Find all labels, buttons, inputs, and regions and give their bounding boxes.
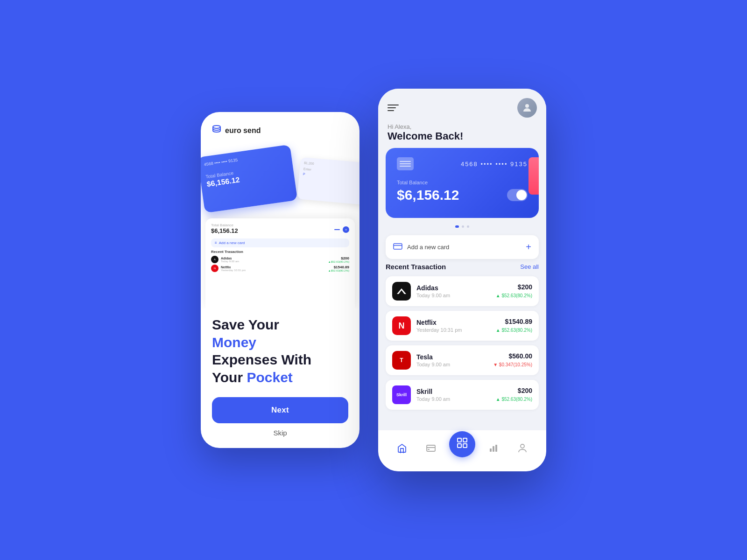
right-phone: Hi Alexa, Welcome Back! [378, 89, 546, 471]
netflix-amount-col: $1540.89 ▲ $52.63(80.2%) [496, 318, 532, 334]
nav-home[interactable] [391, 440, 413, 458]
card-balance-amount: $6,156.12 [397, 187, 459, 203]
card-number-display: 4568 •••• •••• 9135 [461, 161, 528, 168]
card-balance-label: Total Balance [397, 180, 528, 185]
transactions-header: Recent Trasaction See all [386, 263, 539, 271]
netflix-date: Yesterday 10:31 pm [416, 327, 490, 333]
svg-rect-9 [458, 444, 461, 448]
nav-stats[interactable] [483, 440, 504, 458]
card-top-row: 4568 •••• •••• 9135 [397, 157, 528, 170]
highlight-pocket: Pocket [247, 370, 292, 385]
svg-point-14 [521, 444, 524, 448]
left-phone-actions: Next Skip [201, 390, 359, 448]
profile-icon [517, 443, 528, 455]
skrill-logo: Skrill [392, 385, 411, 404]
transaction-tesla: T Tesla Today 9.00 am $560.00 ▼ $0.347(1… [386, 345, 539, 375]
greeting-hi: Hi Alexa, [388, 123, 537, 130]
greeting: Hi Alexa, Welcome Back! [378, 123, 546, 148]
svg-rect-7 [458, 438, 461, 442]
mini-dashboard: Total Balance $6,156.12 + ≡ Add a new ca… [205, 218, 355, 308]
netflix-change: ▲ $52.63(80.2%) [496, 328, 532, 333]
svg-rect-12 [493, 446, 494, 452]
add-card-left: Add a new card [393, 243, 449, 251]
skrill-name: Skrill [416, 388, 490, 395]
left-phone-header: euro send [201, 112, 359, 141]
hamburger-menu[interactable] [388, 105, 399, 111]
adidas-info: Adidas Today 9.00 am [416, 284, 490, 298]
hamburger-line-3 [388, 110, 394, 111]
mini-netflix-name: Netflix [221, 266, 326, 269]
mini-tx-title: Recent Trasaction [211, 250, 349, 254]
see-all-link[interactable]: See all [520, 263, 539, 270]
skrill-info: Skrill Today 9.00 am [416, 388, 490, 402]
svg-rect-10 [463, 444, 467, 448]
phone-illustration: 4568 •••• •••• 9135 Total Balance $6,156… [201, 141, 359, 308]
skrill-amount: $200 [496, 387, 532, 394]
add-card-text: Add a new card [407, 244, 449, 251]
transaction-netflix: N Netflix Yesterday 10:31 pm $1540.89 ▲ … [386, 311, 539, 341]
transactions-section: Recent Trasaction See all Adidas Today 9… [378, 263, 546, 430]
card-dot-inactive-1 [462, 225, 464, 228]
skrill-amount-col: $200 ▲ $52.63(80.2%) [496, 387, 532, 403]
scan-icon [456, 437, 468, 452]
svg-rect-8 [463, 438, 467, 442]
onboarding-title: Save Your Money Expenses With Your Pocke… [212, 316, 348, 386]
credit-card: 4568 •••• •••• 9135 Total Balance $6,156… [386, 148, 539, 218]
skip-button[interactable]: Skip [273, 429, 287, 437]
mini-netflix-date: Yesterday 10:31 pm [221, 269, 326, 272]
adidas-amount: $200 [496, 283, 532, 291]
netflix-logo: N [392, 316, 411, 335]
card-blue-illustration: 4568 •••• •••• 9135 Total Balance $6,156… [201, 145, 297, 213]
logo-icon [212, 125, 221, 136]
card-toggle[interactable] [507, 189, 528, 201]
nav-profile[interactable] [512, 440, 533, 458]
svg-point-0 [213, 126, 220, 128]
adidas-logo [392, 282, 411, 301]
card-red-tab [529, 157, 539, 195]
right-phone-content: Hi Alexa, Welcome Back! [378, 89, 546, 471]
svg-rect-4 [427, 445, 435, 451]
mini-tx-adidas: A Adidas Today 9:00 am $200 ▲$52.63(80.2… [211, 256, 349, 263]
card-toggle-thumb [516, 190, 527, 200]
add-card-icon [393, 243, 402, 251]
home-icon [397, 443, 407, 455]
onboarding-text: Save Your Money Expenses With Your Pocke… [201, 308, 359, 390]
add-card-button[interactable]: Add a new card + [386, 235, 539, 259]
tesla-info: Tesla Today 9.00 am [416, 353, 487, 367]
adidas-amount-col: $200 ▲ $52.63(80.2%) [496, 283, 532, 299]
transaction-skrill: Skrill Skrill Today 9.00 am $200 ▲ $52.6… [386, 380, 539, 410]
mini-netflix-amount: $1540.89 [328, 265, 349, 269]
stats-icon [488, 443, 499, 455]
avatar[interactable] [517, 98, 537, 118]
mini-netflix-change: ▲$52.63(80.2%) [328, 269, 349, 272]
tesla-date: Today 9.00 am [416, 362, 487, 367]
scan-button[interactable] [449, 431, 475, 457]
mini-add-card: ≡ Add a new card [211, 238, 349, 247]
svg-point-1 [525, 104, 529, 108]
next-button[interactable]: Next [212, 397, 348, 423]
tesla-name: Tesla [416, 353, 487, 361]
logo-text: euro send [225, 126, 261, 135]
netflix-amount: $1540.89 [496, 318, 532, 325]
svg-rect-2 [394, 244, 402, 249]
transactions-title: Recent Trasaction [386, 263, 446, 271]
mini-adidas-date: Today 9:00 am [221, 260, 326, 263]
add-card-plus-icon: + [526, 242, 531, 252]
avatar-placeholder [517, 98, 537, 118]
nav-cards[interactable] [420, 440, 442, 458]
mini-balance-label-2: Total Balance [211, 223, 238, 227]
adidas-date: Today 9.00 am [416, 293, 490, 298]
skrill-change: ▲ $52.63(80.2%) [496, 397, 532, 402]
svg-rect-11 [490, 448, 492, 452]
left-phone: euro send 4568 •••• •••• 9135 Total Bala… [201, 112, 359, 448]
credit-card-container: 4568 •••• •••• 9135 Total Balance $6,156… [378, 148, 546, 218]
right-phone-header [378, 89, 546, 123]
svg-rect-6 [428, 449, 430, 450]
card-white-illustration: $1,200 Enter P [297, 157, 359, 205]
netflix-name: Netflix [416, 319, 490, 326]
skrill-date: Today 9.00 am [416, 396, 490, 402]
mini-balance-value: $6,156.12 [211, 227, 238, 234]
mini-adidas-change: ▲$52.63(80.2%) [328, 260, 349, 263]
chip [397, 157, 414, 170]
tesla-amount-col: $560.00 ▼ $0.347(10.25%) [493, 352, 532, 368]
